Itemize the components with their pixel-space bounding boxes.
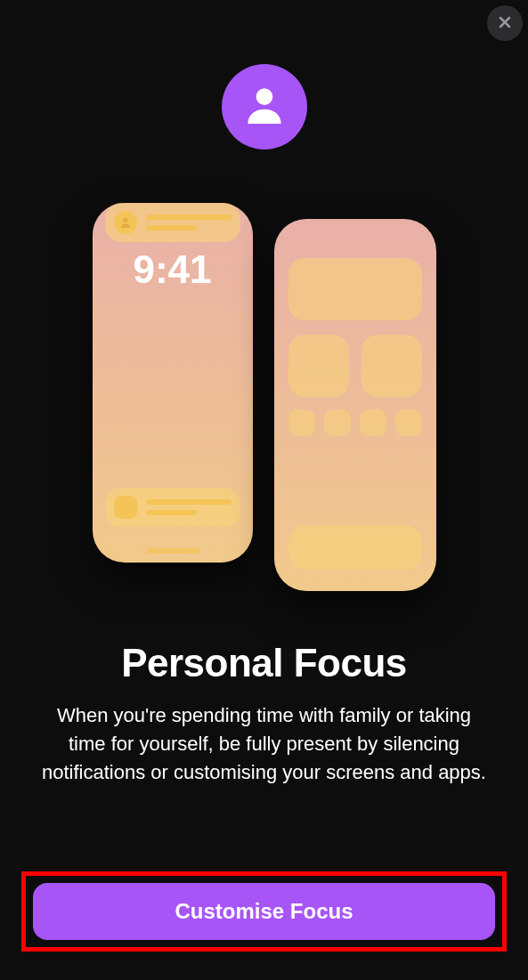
notification-preview (105, 203, 240, 242)
app-icon-placeholder (324, 409, 351, 436)
notification-text-placeholder (146, 215, 232, 231)
widget-placeholder (361, 335, 422, 397)
page-title: Personal Focus (121, 641, 407, 685)
notification-person-icon (114, 211, 137, 234)
dock-placeholder (288, 525, 422, 570)
phones-preview: 9:41 (93, 203, 436, 591)
lock-screen-preview: 9:41 (93, 203, 253, 563)
app-icon-placeholder (360, 409, 386, 436)
notification-text-placeholder (146, 499, 232, 515)
person-icon (240, 80, 289, 134)
svg-point-3 (123, 218, 127, 223)
highlight-annotation: Customise Focus (21, 871, 507, 952)
home-screen-preview (274, 219, 436, 591)
widget-placeholder (288, 258, 422, 320)
widget-row (288, 335, 422, 397)
main-content: 9:41 (0, 0, 528, 787)
focus-avatar-icon (222, 64, 307, 150)
widget-placeholder (288, 335, 349, 397)
app-icon-placeholder (395, 409, 422, 436)
app-icon-placeholder (288, 409, 315, 436)
customise-focus-button[interactable]: Customise Focus (33, 883, 495, 940)
home-indicator (146, 548, 199, 554)
app-row (288, 409, 422, 436)
page-description: When you're spending time with family or… (0, 701, 528, 787)
notification-preview (105, 488, 240, 527)
svg-point-2 (256, 88, 272, 105)
notification-app-icon (114, 496, 137, 519)
lock-screen-time: 9:41 (93, 247, 253, 292)
close-button[interactable] (487, 5, 523, 41)
close-icon (496, 13, 514, 34)
